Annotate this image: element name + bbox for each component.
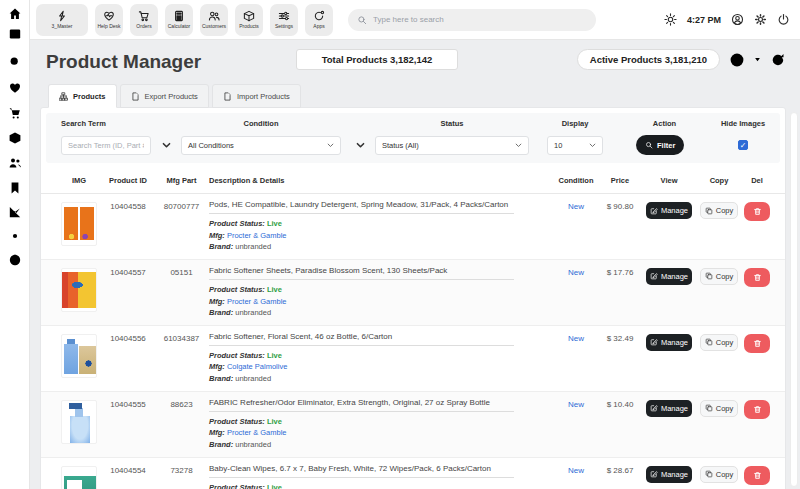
app-button-help-desk[interactable]: Help Desk	[95, 4, 123, 36]
users-icon	[208, 10, 220, 22]
description-cell: Baby-Clean Wipes, 6.7 x 7, Baby Fresh, W…	[209, 464, 554, 489]
product-id-cell: 10404558	[102, 200, 154, 211]
condition-expand-button[interactable]	[159, 136, 173, 155]
copy-button-label: Copy	[716, 206, 734, 215]
delete-button[interactable]	[744, 400, 770, 419]
manage-button-label: Manage	[661, 404, 688, 413]
theme-sun-icon[interactable]	[664, 13, 677, 26]
app-button-customers[interactable]: Customers	[200, 4, 228, 36]
delete-button[interactable]	[744, 466, 770, 485]
copy-button-label: Copy	[716, 272, 734, 281]
hide-images-checkbox[interactable]	[738, 140, 748, 150]
mfg-part-cell: 73278	[154, 464, 209, 475]
vertical-scrollbar[interactable]	[790, 112, 798, 487]
manage-button[interactable]: Manage	[646, 268, 692, 285]
description-cell: Fabric Softener Sheets, Paradise Blossom…	[209, 266, 554, 319]
del-cell	[742, 266, 772, 287]
delete-button[interactable]	[744, 334, 770, 353]
tab-products[interactable]: Products	[48, 84, 117, 108]
manage-button[interactable]: Manage	[646, 202, 692, 219]
app-button-settings[interactable]: Settings	[270, 4, 298, 36]
copy-button-label: Copy	[716, 404, 734, 413]
mfg-part-cell: 05151	[154, 266, 209, 277]
delete-button[interactable]	[744, 202, 770, 221]
product-image[interactable]	[61, 202, 97, 246]
product-description: Baby-Clean Wipes, 6.7 x 7, Baby Fresh, W…	[209, 464, 514, 478]
status-expand-button[interactable]	[353, 136, 367, 155]
user-avatar-icon[interactable]	[731, 13, 744, 26]
customers-users-icon[interactable]	[8, 156, 22, 170]
display-select[interactable]: 10	[547, 136, 603, 155]
condition-value: All Conditions	[188, 141, 234, 150]
product-status-line: Product Status: Live	[209, 284, 514, 296]
price-cell: $ 28.67	[598, 464, 642, 475]
status-select[interactable]: Status (All)	[375, 136, 529, 155]
download-icon[interactable]	[729, 52, 745, 68]
trash-icon	[753, 273, 762, 282]
bookmark-icon[interactable]	[8, 181, 22, 195]
logo-icon	[56, 10, 68, 22]
globe-icon[interactable]	[8, 253, 22, 267]
mfg-link[interactable]: Procter & Gamble	[227, 297, 287, 306]
gear-icon[interactable]	[754, 13, 767, 26]
copy-button[interactable]: Copy	[700, 334, 738, 351]
copy-button[interactable]: Copy	[700, 400, 738, 417]
chevron-down-icon	[589, 142, 596, 149]
app-button-calculator[interactable]: Calculator	[165, 4, 193, 36]
manage-button[interactable]: Manage	[646, 400, 692, 417]
product-image[interactable]	[61, 268, 97, 312]
orders-cart-icon[interactable]	[8, 106, 22, 120]
condition-select[interactable]: All Conditions	[181, 136, 341, 155]
copy-button[interactable]: Copy	[700, 202, 738, 219]
mfg-label: Mfg:	[209, 428, 225, 437]
refresh-icon[interactable]	[770, 52, 786, 68]
product-image[interactable]	[61, 400, 97, 444]
home-icon[interactable]	[8, 7, 22, 21]
tab-import-products[interactable]: Import Products	[212, 84, 301, 108]
product-description: FABRIC Refresher/Odor Eliminator, Extra …	[209, 398, 514, 412]
power-icon[interactable]	[777, 13, 790, 26]
search-term-input[interactable]	[68, 141, 144, 150]
mfg-line: Mfg: Procter & Gamble	[209, 230, 514, 242]
tab-export-products[interactable]: Export Products	[120, 84, 209, 108]
copy-button[interactable]: Copy	[700, 268, 738, 285]
brand-line: Brand: unbranded	[209, 373, 514, 385]
product-image[interactable]	[61, 334, 97, 378]
brand-value: unbranded	[235, 440, 271, 449]
app-button-products[interactable]: Products	[235, 4, 263, 36]
delete-button[interactable]	[744, 268, 770, 287]
product-table-body: 10404558 80700777 Pods, HE Compatible, L…	[41, 194, 785, 489]
app-button-master[interactable]: 3_Master	[36, 4, 88, 36]
app-button-label: Apps	[313, 24, 324, 29]
global-search-input[interactable]	[373, 15, 587, 24]
app-button-apps[interactable]: Apps	[305, 4, 333, 36]
manage-button-label: Manage	[661, 206, 688, 215]
search-icon[interactable]	[8, 55, 22, 69]
reports-chart-icon[interactable]	[8, 205, 22, 219]
mfg-link[interactable]: Procter & Gamble	[227, 428, 287, 437]
copy-button[interactable]: Copy	[700, 466, 738, 483]
product-status-label: Product Status:	[209, 351, 265, 360]
column-header-del: Del	[742, 176, 772, 185]
help-desk-icon[interactable]	[8, 81, 22, 95]
trash-icon	[753, 471, 762, 480]
global-search[interactable]	[348, 9, 596, 31]
manage-button-label: Manage	[661, 470, 688, 479]
mfg-link[interactable]: Procter & Gamble	[227, 231, 287, 240]
app-button-orders[interactable]: Orders	[130, 4, 158, 36]
product-image[interactable]	[61, 466, 97, 489]
app-button-label: Calculator	[168, 24, 191, 29]
mfg-link[interactable]: Colgate Palmolive	[227, 362, 287, 371]
display-value: 10	[554, 141, 562, 150]
filter-button[interactable]: Filter	[636, 135, 684, 155]
mfg-label: Mfg:	[209, 362, 225, 371]
settings-gear-icon[interactable]	[8, 229, 22, 243]
product-status-label: Product Status:	[209, 417, 265, 426]
caret-down-icon[interactable]	[754, 56, 761, 63]
view-cell: Manage	[642, 398, 696, 417]
panel-toggle-icon[interactable]	[8, 27, 22, 41]
copy-cell: Copy	[696, 464, 742, 483]
products-box-icon[interactable]	[8, 131, 22, 145]
manage-button[interactable]: Manage	[646, 334, 692, 351]
manage-button[interactable]: Manage	[646, 466, 692, 483]
